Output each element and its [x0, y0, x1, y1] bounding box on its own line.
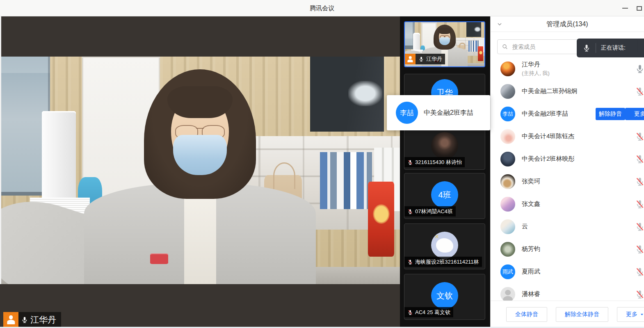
member-name: 中美会计4班陈钰杰 — [522, 132, 574, 140]
more-button[interactable]: 更多 — [625, 108, 644, 120]
mute-all-button[interactable]: 全体静音 — [506, 307, 547, 322]
member-row[interactable]: 张文鑫 — [491, 193, 644, 215]
minimize-button[interactable] — [618, 0, 633, 16]
avatar — [500, 219, 515, 234]
footer-more-label: 更多 — [626, 311, 637, 318]
mic-icon — [418, 56, 424, 62]
window-edge — [0, 16, 1, 284]
thumbnail-strip: 江华丹 卫华 3216115430 林诗怡 4班 07林鸿堃AC4班 — [400, 16, 490, 328]
meeting-window: 腾讯会议 — [0, 0, 644, 328]
speaker-badge: 江华丹 — [3, 312, 61, 327]
video-thumbnail-linshiyi[interactable]: 3216115430 林诗怡 — [404, 124, 485, 170]
video-thumbnail-haixia[interactable]: 海峡服设2班3216114211林 — [404, 223, 485, 269]
member-list: 江华丹 (主持人, 我) 中美金融二班孙锦炯 李喆 中美金融2班李喆 解除静音 … — [491, 57, 644, 305]
muted-mic-icon[interactable] — [635, 132, 644, 141]
muted-mic-icon[interactable] — [635, 199, 644, 209]
avatar — [500, 84, 515, 99]
member-name: 潘林睿 — [522, 290, 540, 298]
search-icon — [502, 43, 508, 50]
hover-card-name: 中美金融2班李喆 — [424, 109, 473, 117]
titlebar: 腾讯会议 — [0, 0, 644, 16]
muted-mic-icon[interactable] — [635, 222, 644, 232]
webcam-scene — [0, 57, 400, 284]
member-hover-card: 李喆 中美金融2班李喆 — [387, 95, 490, 130]
avatar: 4班 — [431, 181, 458, 208]
avatar — [500, 197, 515, 212]
video-thumbnail-self[interactable]: 江华丹 — [404, 21, 485, 67]
member-name: 张奕珂 — [522, 178, 540, 185]
member-row[interactable]: 江华丹 (主持人, 我) — [491, 57, 644, 80]
collapse-chevron-icon[interactable] — [496, 21, 503, 27]
member-name: 张文鑫 — [522, 200, 540, 208]
person-shirt — [184, 193, 216, 284]
right-window — [310, 57, 384, 132]
avatar — [500, 242, 515, 257]
muted-mic-icon — [407, 159, 413, 165]
speaking-toast: 正在讲话: — [577, 39, 644, 57]
muted-mic-icon — [407, 259, 413, 265]
host-icon — [3, 312, 18, 327]
member-row[interactable]: 中美会计4班陈钰杰 — [491, 125, 644, 148]
binders — [320, 152, 372, 209]
muted-mic-icon[interactable] — [635, 177, 644, 187]
member-name: 中美会计2班林映彤 — [522, 155, 574, 163]
person-bangs — [167, 86, 233, 118]
member-panel: 管理成员(134) 正在讲话: 江华丹 (主持人, 我) 中美金融二班孙锦 — [490, 16, 644, 328]
host-icon — [405, 54, 416, 64]
member-row[interactable]: 雨武 夏雨武 — [491, 260, 644, 283]
avatar — [500, 129, 515, 144]
member-name: 中美金融2班李喆 — [522, 110, 568, 118]
muted-mic-icon[interactable] — [635, 87, 644, 96]
maximize-button[interactable] — [632, 0, 644, 16]
speaker-name: 江华丹 — [30, 314, 56, 326]
member-row-hovered[interactable]: 李喆 中美金融2班李喆 解除静音 更多 — [491, 102, 644, 125]
caret-down-icon — [639, 312, 644, 317]
muted-mic-icon[interactable] — [635, 154, 644, 164]
member-row[interactable]: 中美会计2班林映彤 — [491, 148, 644, 170]
member-row[interactable]: 中美金融二班孙锦炯 — [491, 80, 644, 102]
main-video-stage: 江华丹 — [0, 16, 400, 328]
red-badge — [150, 253, 169, 264]
main-webcam-video — [0, 57, 400, 284]
thumb-name: 海峡服设2班3216114211林 — [415, 258, 479, 266]
member-name: 中美金融二班孙锦炯 — [522, 87, 577, 95]
avatar — [500, 61, 515, 76]
member-row[interactable]: 张奕珂 — [491, 170, 644, 193]
speaking-label: 正在讲话: — [601, 44, 626, 52]
avatar: 文钦 — [431, 282, 458, 309]
thumb-label: 江华丹 — [405, 54, 445, 64]
snack-bag — [368, 182, 394, 257]
avatar: 李喆 — [396, 102, 418, 124]
mic-icon[interactable] — [635, 64, 644, 74]
panel-footer: 全体静音 解除全体静音 更多 — [491, 301, 644, 328]
member-row[interactable]: 杨芳钧 — [491, 238, 644, 260]
member-row[interactable]: 云 — [491, 215, 644, 238]
avatar — [431, 232, 458, 259]
footer-more-button[interactable]: 更多 — [617, 307, 644, 322]
member-name: 云 — [522, 223, 528, 230]
avatar — [500, 152, 515, 166]
muted-mic-icon[interactable] — [635, 289, 644, 299]
panel-header: 管理成员(134) — [491, 16, 644, 32]
unmute-button[interactable]: 解除静音 — [596, 108, 625, 120]
member-name: 江华丹 — [522, 61, 550, 68]
muted-mic-icon — [407, 209, 413, 214]
member-name: 杨芳钧 — [522, 245, 540, 253]
avatar: 雨武 — [500, 264, 515, 279]
avatar — [500, 287, 515, 302]
avatar — [500, 174, 515, 189]
thumb-name: 3216115430 林诗怡 — [415, 159, 462, 166]
muted-mic-icon[interactable] — [635, 267, 644, 277]
video-thumbnail-linhongkun[interactable]: 4班 07林鸿堃AC4班 — [404, 173, 485, 219]
window-title: 腾讯会议 — [0, 0, 644, 16]
panel-title: 管理成员(134) — [491, 16, 644, 32]
video-thumbnail-gewenqin[interactable]: 文钦 AC4 25 葛文钦 — [404, 274, 485, 320]
divider — [596, 43, 596, 53]
mic-icon — [21, 316, 28, 323]
unmute-all-button[interactable]: 解除全体静音 — [556, 307, 608, 322]
thumb-name: AC4 25 葛文钦 — [415, 309, 450, 316]
avatar — [431, 132, 458, 159]
avatar: 李喆 — [500, 107, 515, 121]
muted-mic-icon[interactable] — [635, 244, 644, 254]
thumb-name: 07林鸿堃AC4班 — [415, 208, 453, 215]
